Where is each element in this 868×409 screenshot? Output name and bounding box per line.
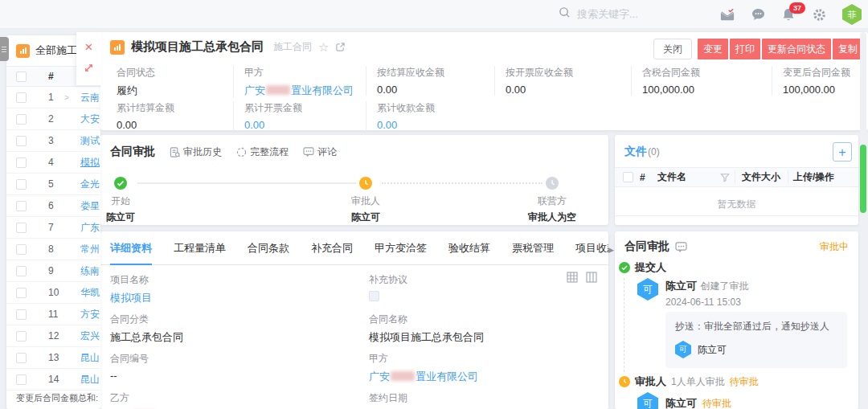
table-row[interactable]: 5金光 — [6, 174, 100, 195]
row-checkbox[interactable] — [16, 223, 27, 233]
table-row[interactable]: 11方安 — [6, 304, 100, 325]
table-row[interactable]: 2大安 — [6, 108, 100, 130]
panel-collapse-arrow[interactable]: ▶ — [608, 246, 614, 254]
step-done-icon — [619, 262, 630, 273]
table-row[interactable]: 4模拟 — [6, 152, 100, 174]
contract-link[interactable]: 方安 — [80, 308, 100, 321]
global-search-input[interactable]: 搜索关键字... — [559, 6, 703, 22]
tab-项目收款[interactable]: 项目收款 — [575, 241, 608, 264]
tab-验收结算[interactable]: 验收结算 — [448, 241, 490, 264]
mail-icon[interactable] — [720, 7, 735, 22]
scrollbar-thumb[interactable] — [860, 145, 866, 213]
favorite-star-icon[interactable]: ☆ — [318, 41, 329, 53]
filter-funnel-icon[interactable] — [720, 173, 730, 182]
table-view-icon[interactable] — [567, 272, 578, 283]
files-panel: 文件 (0) + #文件名文件大小上传/操作 暂无数据 — [615, 135, 858, 225]
chat-icon[interactable] — [751, 7, 765, 22]
tab-票税管理[interactable]: 票税管理 — [512, 241, 554, 264]
contract-link[interactable]: 娄星 — [80, 199, 100, 213]
history-button[interactable]: 审批历史 — [170, 145, 222, 159]
row-checkbox[interactable] — [16, 157, 27, 168]
field-value[interactable]: 模拟项目 — [110, 291, 369, 305]
row-checkbox[interactable] — [16, 266, 27, 276]
row-checkbox[interactable] — [16, 331, 27, 342]
contract-link[interactable]: 金光 — [80, 178, 100, 191]
field-value[interactable]: 0.00 — [244, 119, 302, 131]
contract-link[interactable]: 宏兴 — [80, 329, 100, 343]
action-button[interactable]: 变更 — [698, 39, 728, 59]
comment-icon[interactable] — [675, 242, 687, 252]
row-checkbox[interactable] — [16, 114, 27, 125]
tool-label: 完整流程 — [250, 145, 289, 159]
contract-link[interactable]: 昆山 — [80, 373, 100, 387]
contract-link[interactable]: 练南 — [80, 264, 100, 278]
tab-合同条款[interactable]: 合同条款 — [248, 241, 289, 264]
contract-link[interactable]: 云南 — [80, 91, 100, 104]
approver-status: 待审批 — [702, 397, 731, 409]
tab-甲方变洽签[interactable]: 甲方变洽签 — [375, 241, 427, 264]
clock-circle-icon — [546, 177, 559, 190]
contract-link[interactable]: 广东 — [80, 221, 100, 235]
approver-wait-badge: 待审批 — [730, 375, 759, 389]
contract-link[interactable]: 昆山 — [80, 351, 100, 365]
row-checkbox[interactable] — [16, 201, 27, 211]
left-panel-handle[interactable] — [0, 37, 9, 61]
add-file-button[interactable]: + — [833, 142, 852, 162]
column-view-icon[interactable] — [586, 272, 597, 283]
comment-icon — [303, 147, 314, 157]
close-button[interactable]: 关闭 — [653, 39, 692, 59]
row-index: 5 — [48, 178, 63, 190]
contract-link[interactable]: 华凯 — [80, 286, 100, 300]
field-value[interactable]: 广安置业有限公司 — [244, 84, 354, 98]
tab-详细资料[interactable]: 详细资料 — [110, 241, 152, 265]
close-icon[interactable]: × — [85, 41, 93, 54]
table-row[interactable]: 10华凯 — [6, 282, 100, 304]
row-index: 9 — [48, 265, 63, 276]
contract-link[interactable]: 常州 — [80, 243, 100, 256]
user-avatar[interactable]: 菲 — [842, 4, 862, 25]
field-value[interactable]: 0.00 — [377, 119, 435, 131]
row-checkbox[interactable] — [16, 309, 27, 320]
contracts-rows: 1>云南2大安3测试4模拟5金光6娄星7广东8常州9练南10华凯11方安12宏兴… — [6, 87, 100, 391]
notification-bell-icon[interactable]: 37 — [781, 7, 796, 22]
table-row[interactable]: 12宏兴 — [6, 325, 100, 347]
files-count: (0) — [648, 146, 660, 157]
row-checkbox[interactable] — [16, 288, 27, 298]
action-button[interactable]: 打印 — [730, 39, 760, 59]
field-label: 签约日期 — [369, 391, 599, 405]
tab-补充合同[interactable]: 补充合同 — [311, 241, 353, 264]
row-checkbox[interactable] — [16, 244, 27, 255]
row-checkbox[interactable] — [16, 374, 27, 385]
contract-type-tag: 施工合同 — [273, 40, 312, 54]
field-value[interactable]: 广安置业有限公司 — [369, 370, 599, 384]
action-button[interactable]: 更新合同状态 — [762, 39, 831, 59]
cc-person: 可 陈立可 — [675, 341, 839, 358]
files-select-all-checkbox[interactable] — [623, 172, 633, 182]
contract-link[interactable]: 大安 — [80, 112, 100, 126]
table-row[interactable]: 7广东 — [6, 217, 100, 239]
contract-link[interactable]: 测试 — [80, 134, 100, 148]
settings-gear-icon[interactable] — [812, 7, 826, 22]
supplement-checkbox[interactable] — [369, 291, 379, 301]
open-external-icon[interactable] — [335, 42, 346, 52]
action-button[interactable]: 复制 — [833, 39, 863, 59]
table-row[interactable]: 9练南 — [6, 260, 100, 282]
expand-icon[interactable] — [84, 62, 94, 76]
table-row[interactable]: 1>云南 — [6, 87, 100, 108]
expand-chevron-icon[interactable]: > — [64, 93, 72, 102]
comment-button[interactable]: 评论 — [303, 145, 337, 159]
vertical-scrollbar[interactable] — [860, 32, 866, 409]
process-button[interactable]: 完整流程 — [236, 145, 289, 159]
select-all-checkbox[interactable] — [16, 72, 27, 82]
contract-link[interactable]: 模拟 — [80, 156, 100, 170]
tab-工程量清单[interactable]: 工程量清单 — [174, 241, 226, 264]
row-checkbox[interactable] — [16, 136, 27, 146]
row-checkbox[interactable] — [16, 92, 27, 103]
row-checkbox[interactable] — [16, 353, 27, 363]
table-row[interactable]: 6娄星 — [6, 195, 100, 217]
table-row[interactable]: 3测试 — [6, 130, 100, 152]
table-row[interactable]: 8常州 — [6, 239, 100, 260]
row-checkbox[interactable] — [16, 179, 27, 190]
table-row[interactable]: 14昆山 — [6, 369, 100, 391]
table-row[interactable]: 13昆山 — [6, 347, 100, 369]
